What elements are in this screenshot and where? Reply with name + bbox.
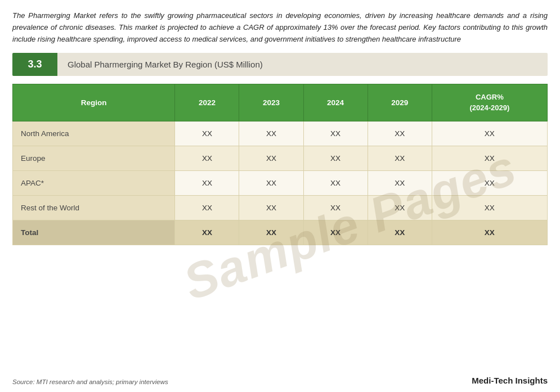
row-2023-eu: XX	[239, 146, 303, 170]
row-2029-row: XX	[368, 195, 432, 220]
row-2022-total: XX	[175, 220, 239, 245]
row-2023-row: XX	[239, 195, 303, 220]
brand-part1: Medi-Tech	[472, 376, 513, 385]
row-cagr-eu: XX	[432, 146, 547, 170]
row-2029-na: XX	[368, 121, 432, 146]
row-2029-eu: XX	[368, 146, 432, 170]
row-2022-row: XX	[175, 195, 239, 220]
table-row: North America XX XX XX XX XX	[13, 121, 548, 146]
table-row: Rest of the World XX XX XX XX XX	[13, 195, 548, 220]
row-cagr-total: XX	[432, 220, 547, 245]
section-title: Global Pharmerging Market By Region (US$…	[57, 54, 273, 75]
footer: Source: MTI research and analysis; prima…	[12, 376, 548, 385]
section-header: 3.3 Global Pharmerging Market By Region …	[12, 53, 548, 76]
row-2023-na: XX	[239, 121, 303, 146]
row-2024-row: XX	[303, 195, 368, 220]
row-2023-apac: XX	[239, 170, 303, 195]
data-table: Region 2022 2023 2024 2029 CAGR%(2024-20…	[12, 84, 548, 245]
table-wrapper: Sample Pages Region 2022 2023 2024 2029 …	[12, 84, 548, 366]
col-header-2024: 2024	[303, 84, 368, 121]
footer-source: Source: MTI research and analysis; prima…	[12, 379, 168, 385]
row-cagr-na: XX	[432, 121, 547, 146]
page-container: The Pharmerging Market refers to the swi…	[0, 0, 560, 392]
row-2024-na: XX	[303, 121, 368, 146]
row-cagr-row: XX	[432, 195, 547, 220]
intro-paragraph: The Pharmerging Market refers to the swi…	[12, 10, 548, 45]
row-region-north-america: North America	[13, 121, 175, 146]
row-2024-apac: XX	[303, 170, 368, 195]
row-region-row: Rest of the World	[13, 195, 175, 220]
row-2022-na: XX	[175, 121, 239, 146]
row-region-europe: Europe	[13, 146, 175, 170]
col-header-cagr: CAGR%(2024-2029)	[432, 84, 547, 121]
col-header-2022: 2022	[175, 84, 239, 121]
row-2024-eu: XX	[303, 146, 368, 170]
row-2022-apac: XX	[175, 170, 239, 195]
row-2024-total: XX	[303, 220, 368, 245]
intro-text: The Pharmerging Market refers to the swi…	[12, 11, 548, 43]
brand-part2: Insights	[513, 376, 548, 385]
row-2022-eu: XX	[175, 146, 239, 170]
col-header-2029: 2029	[368, 84, 432, 121]
section-number: 3.3	[12, 53, 57, 76]
row-cagr-apac: XX	[432, 170, 547, 195]
col-header-2023: 2023	[239, 84, 303, 121]
footer-brand: Medi-Tech Insights	[472, 376, 548, 385]
table-row: Europe XX XX XX XX XX	[13, 146, 548, 170]
row-2029-apac: XX	[368, 170, 432, 195]
row-2029-total: XX	[368, 220, 432, 245]
row-region-apac: APAC*	[13, 170, 175, 195]
row-2023-total: XX	[239, 220, 303, 245]
row-region-total: Total	[13, 220, 175, 245]
col-header-region: Region	[13, 84, 175, 121]
total-row: Total XX XX XX XX XX	[13, 220, 548, 245]
table-row: APAC* XX XX XX XX XX	[13, 170, 548, 195]
